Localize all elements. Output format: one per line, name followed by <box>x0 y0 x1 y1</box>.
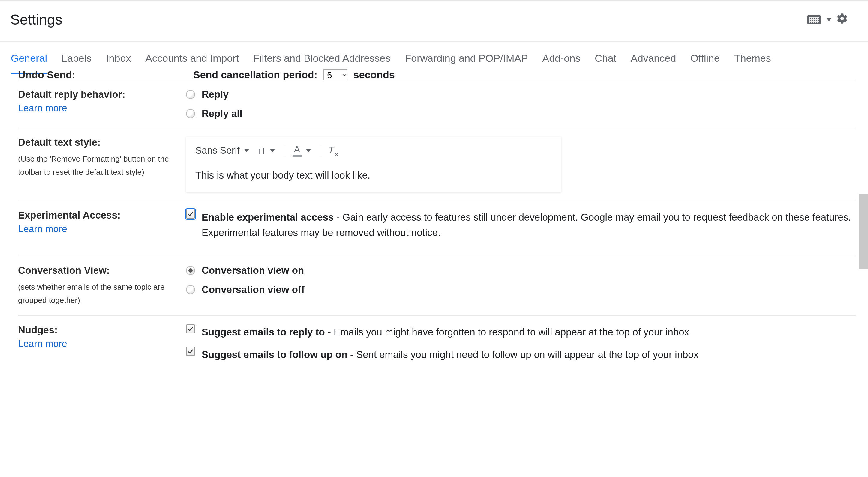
font-family-dropdown[interactable]: Sans Serif <box>195 145 249 156</box>
undo-send-sublabel: Send cancellation period: <box>193 69 317 80</box>
nudge-followup-suffix: - Sent emails you might need to follow u… <box>347 349 699 360</box>
experimental-checkbox[interactable] <box>186 210 195 218</box>
option-reply-all[interactable]: Reply all <box>186 108 856 119</box>
row-conversation-view: Conversation View: (sets whether emails … <box>18 256 856 315</box>
chevron-down-icon <box>306 149 311 152</box>
experimental-checkbox-label: Enable experimental access <box>202 212 334 223</box>
radio-conversation-on[interactable] <box>186 266 195 275</box>
text-style-preview-text: This is what your body text will look li… <box>195 170 552 181</box>
default-reply-learn-more[interactable]: Learn more <box>18 103 179 114</box>
settings-page: Settings General Labels Inbox Accounts a… <box>0 0 868 378</box>
header-row: Settings <box>0 1 868 35</box>
default-text-style-hint: (Use the 'Remove Formatting' button on t… <box>18 152 179 179</box>
option-reply[interactable]: Reply <box>186 89 856 100</box>
option-conversation-on-label: Conversation view on <box>202 265 304 276</box>
nudge-reply-checkbox[interactable] <box>186 325 195 333</box>
undo-send-label: Undo Send: <box>18 69 186 80</box>
check-icon <box>187 326 194 332</box>
tab-addons[interactable]: Add-ons <box>542 51 581 74</box>
nudge-reply-row: Suggest emails to reply to - Emails you … <box>186 325 856 340</box>
radio-reply-all[interactable] <box>186 109 195 118</box>
toolbar-separator <box>319 144 320 157</box>
row-nudges: Nudges: Learn more Suggest emails to rep… <box>18 315 856 378</box>
option-conversation-off-label: Conversation view off <box>202 284 305 295</box>
text-color-icon: A <box>292 144 302 157</box>
conversation-view-hint: (sets whether emails of the same topic a… <box>18 280 179 307</box>
nudge-followup-checkbox[interactable] <box>186 347 195 356</box>
option-reply-all-label: Reply all <box>202 108 242 119</box>
scrollbar-thumb[interactable] <box>859 194 868 269</box>
default-reply-label: Default reply behavior: <box>18 89 179 100</box>
text-size-icon: тT <box>258 145 266 156</box>
undo-send-unit: seconds <box>353 69 395 80</box>
input-tools-button[interactable] <box>807 15 831 24</box>
chevron-down-icon <box>827 18 831 21</box>
check-icon <box>187 211 194 217</box>
check-icon <box>187 348 194 355</box>
nudge-reply-bold: Suggest emails to reply to <box>202 327 325 338</box>
nudges-label: Nudges: <box>18 325 179 336</box>
nudges-learn-more[interactable]: Learn more <box>18 338 179 349</box>
remove-formatting-button[interactable]: T✕ <box>329 144 339 156</box>
option-conversation-off[interactable]: Conversation view off <box>186 284 856 295</box>
remove-formatting-icon: T✕ <box>329 144 339 156</box>
experimental-learn-more[interactable]: Learn more <box>18 224 179 234</box>
option-reply-label: Reply <box>202 89 229 100</box>
radio-conversation-off[interactable] <box>186 285 195 294</box>
settings-content: Undo Send: Send cancellation period: 5 s… <box>0 69 868 378</box>
option-conversation-on[interactable]: Conversation view on <box>186 265 856 276</box>
experimental-access-label: Experimental Access: <box>18 210 179 221</box>
text-style-toolbar: Sans Serif тT A <box>195 144 552 157</box>
tab-chat[interactable]: Chat <box>595 51 616 74</box>
default-text-style-label: Default text style: <box>18 137 179 148</box>
text-color-dropdown[interactable]: A <box>292 144 311 157</box>
text-style-preview-box: Sans Serif тT A <box>186 137 561 192</box>
gear-icon[interactable] <box>836 12 848 27</box>
undo-send-select[interactable]: 5 <box>323 69 347 80</box>
toolbar-separator <box>283 144 284 157</box>
nudge-followup-bold: Suggest emails to follow up on <box>202 349 347 360</box>
nudge-followup-row: Suggest emails to follow up on - Sent em… <box>186 347 856 362</box>
radio-reply[interactable] <box>186 90 195 99</box>
header-icons <box>807 12 848 27</box>
experimental-checkbox-row: Enable experimental access - Gain early … <box>186 210 856 240</box>
chevron-down-icon <box>270 149 275 152</box>
page-title: Settings <box>10 11 62 28</box>
nudge-reply-suffix: - Emails you might have forgotten to res… <box>325 327 689 338</box>
font-size-dropdown[interactable]: тT <box>258 145 275 156</box>
conversation-view-label: Conversation View: <box>18 265 179 276</box>
font-family-name: Sans Serif <box>195 145 240 156</box>
row-experimental-access: Experimental Access: Learn more Enable e… <box>18 201 856 256</box>
tab-themes[interactable]: Themes <box>734 51 771 74</box>
chevron-down-icon <box>244 149 249 152</box>
row-default-reply: Default reply behavior: Learn more Reply… <box>18 80 856 128</box>
tab-offline[interactable]: Offline <box>690 51 720 74</box>
tab-forwarding[interactable]: Forwarding and POP/IMAP <box>405 51 528 74</box>
tab-advanced[interactable]: Advanced <box>631 51 676 74</box>
keyboard-icon <box>807 15 820 24</box>
row-default-text-style: Default text style: (Use the 'Remove For… <box>18 128 856 201</box>
